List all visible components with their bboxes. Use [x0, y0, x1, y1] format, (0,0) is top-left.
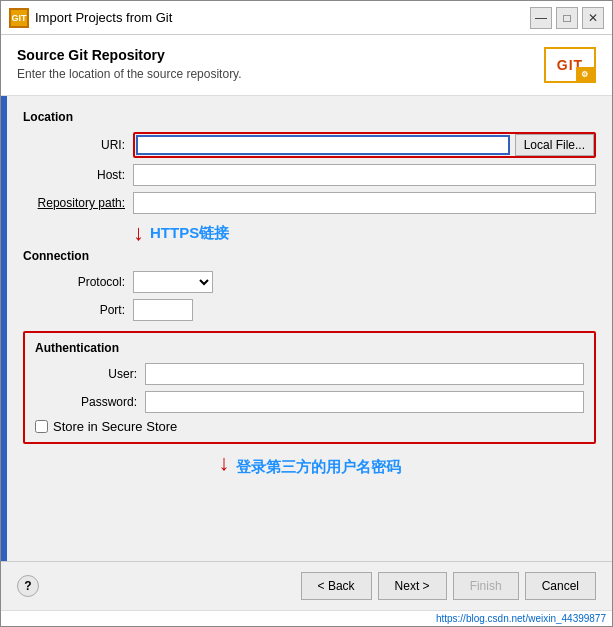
protocol-select[interactable]: https http git ssh [133, 271, 213, 293]
store-secure-label[interactable]: Store in Secure Store [53, 419, 177, 434]
minimize-button[interactable]: — [530, 7, 552, 29]
title-bar: GIT Import Projects from Git — □ ✕ [1, 1, 612, 35]
title-bar-text: Import Projects from Git [35, 10, 530, 25]
host-input[interactable] [133, 164, 596, 186]
header-text: Source Git Repository Enter the location… [17, 47, 242, 81]
cancel-button[interactable]: Cancel [525, 572, 596, 600]
main-area: Location URI: Local File... Host: Reposi… [1, 96, 612, 561]
password-input[interactable] [145, 391, 584, 413]
host-label: Host: [23, 168, 133, 182]
repo-path-label: Repository path: [23, 196, 133, 210]
store-secure-checkbox[interactable] [35, 420, 48, 433]
login-annotation: 登录第三方的用户名密码 [236, 458, 401, 477]
host-row: Host: [23, 164, 596, 186]
git-logo-accent: ⚙ [576, 67, 594, 81]
maximize-button[interactable]: □ [556, 7, 578, 29]
finish-button[interactable]: Finish [453, 572, 519, 600]
uri-input[interactable] [136, 135, 510, 155]
password-row: Password: [35, 391, 584, 413]
close-button[interactable]: ✕ [582, 7, 604, 29]
header-subtitle: Enter the location of the source reposit… [17, 67, 242, 81]
title-bar-controls: — □ ✕ [530, 7, 604, 29]
bottom-left: ? [17, 575, 39, 597]
header-title: Source Git Repository [17, 47, 242, 63]
uri-row: URI: Local File... [23, 132, 596, 158]
repo-path-row: Repository path: [23, 192, 596, 214]
git-logo: GIT ⚙ [544, 47, 596, 83]
https-annotation: HTTPS链接 [150, 224, 229, 243]
bottom-bar: ? < Back Next > Finish Cancel [1, 561, 612, 610]
header-section: Source Git Repository Enter the location… [1, 35, 612, 96]
form-area: Location URI: Local File... Host: Reposi… [7, 96, 612, 561]
port-row: Port: [23, 299, 596, 321]
title-icon: GIT [9, 8, 29, 28]
port-label: Port: [23, 303, 133, 317]
bottom-right: < Back Next > Finish Cancel [301, 572, 596, 600]
uri-label: URI: [23, 138, 133, 152]
next-button[interactable]: Next > [378, 572, 447, 600]
url-bar: https://blog.csdn.net/weixin_44399877 [1, 610, 612, 626]
repo-path-input[interactable] [133, 192, 596, 214]
store-secure-row: Store in Secure Store [35, 419, 584, 434]
back-button[interactable]: < Back [301, 572, 372, 600]
title-icon-text: GIT [12, 13, 27, 23]
password-label: Password: [35, 395, 145, 409]
url-text: https://blog.csdn.net/weixin_44399877 [436, 613, 606, 624]
port-input[interactable] [133, 299, 193, 321]
auth-section-label: Authentication [35, 341, 584, 355]
local-file-button[interactable]: Local File... [515, 134, 594, 156]
help-button[interactable]: ? [17, 575, 39, 597]
location-section-label: Location [23, 110, 596, 124]
protocol-label: Protocol: [23, 275, 133, 289]
user-label: User: [35, 367, 145, 381]
user-input[interactable] [145, 363, 584, 385]
protocol-row: Protocol: https http git ssh [23, 271, 596, 293]
dialog-window: GIT Import Projects from Git — □ ✕ Sourc… [0, 0, 613, 627]
auth-section: Authentication User: Password: Store in … [23, 331, 596, 444]
connection-section-label: Connection [23, 249, 596, 263]
user-row: User: [35, 363, 584, 385]
